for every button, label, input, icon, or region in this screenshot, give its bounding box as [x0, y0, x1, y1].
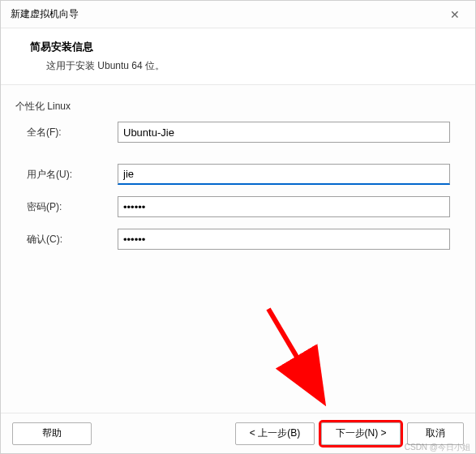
section-label: 个性化 Linux: [15, 100, 456, 114]
fullname-label: 全名(F):: [27, 126, 118, 139]
next-button[interactable]: 下一步(N) >: [321, 422, 401, 445]
back-button[interactable]: < 上一步(B): [235, 422, 315, 445]
help-button[interactable]: 帮助: [12, 422, 92, 445]
username-label: 用户名(U):: [27, 168, 118, 182]
close-icon: ✕: [450, 8, 460, 21]
wizard-dialog: 新建虚拟机向导 ✕ 简易安装信息 这用于安装 Ubuntu 64 位。 个性化 …: [0, 0, 476, 454]
username-input[interactable]: [118, 164, 450, 185]
titlebar: 新建虚拟机向导 ✕: [1, 1, 475, 28]
confirm-label: 确认(C):: [27, 233, 118, 246]
wizard-header: 简易安装信息 这用于安装 Ubuntu 64 位。: [1, 28, 475, 85]
row-fullname: 全名(F):: [15, 122, 456, 143]
fullname-input[interactable]: [118, 122, 450, 143]
row-confirm: 确认(C):: [15, 229, 456, 250]
row-password: 密码(P):: [15, 196, 456, 217]
row-username: 用户名(U):: [15, 164, 456, 185]
wizard-body: 个性化 Linux 全名(F): 用户名(U): 密码(P): 确认(C):: [1, 85, 475, 413]
window-title: 新建虚拟机向导: [11, 7, 79, 21]
password-label: 密码(P):: [27, 200, 118, 214]
close-button[interactable]: ✕: [443, 5, 467, 24]
confirm-input[interactable]: [118, 229, 450, 250]
wizard-footer: 帮助 < 上一步(B) 下一步(N) > 取消: [1, 413, 475, 453]
header-title: 简易安装信息: [30, 40, 461, 54]
cancel-button[interactable]: 取消: [407, 422, 464, 445]
header-subtitle: 这用于安装 Ubuntu 64 位。: [30, 59, 461, 73]
password-input[interactable]: [118, 196, 450, 217]
